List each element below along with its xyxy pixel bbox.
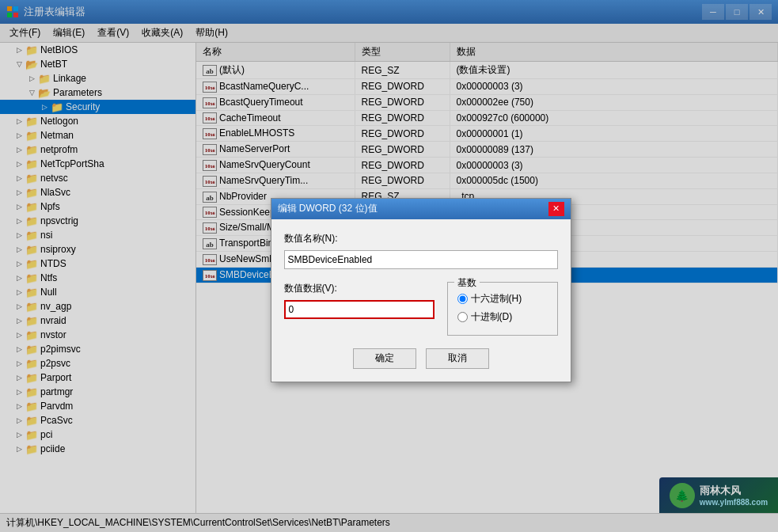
dec-radio-row: 十进制(D)	[457, 310, 548, 324]
hex-label: 十六进制(H)	[471, 292, 522, 306]
edit-dword-dialog: 编辑 DWORD (32 位)值 ✕ 数值名称(N): 数值数据(V): 基数 …	[271, 198, 571, 382]
dialog-row: 数值数据(V): 基数 十六进制(H) 十进制(D)	[284, 282, 558, 336]
dialog-name-label: 数值名称(N):	[284, 232, 558, 245]
dialog-overlay: 编辑 DWORD (32 位)值 ✕ 数值名称(N): 数值数据(V): 基数 …	[0, 0, 778, 532]
dialog-body: 数值名称(N): 数值数据(V): 基数 十六进制(H)	[271, 219, 571, 382]
dialog-radix-section: 基数 十六进制(H) 十进制(D)	[447, 282, 558, 336]
dialog-value-section: 数值数据(V):	[284, 282, 435, 336]
dec-label: 十进制(D)	[471, 310, 513, 324]
ok-button[interactable]: 确定	[353, 348, 416, 369]
dialog-title-bar: 编辑 DWORD (32 位)值 ✕	[271, 199, 571, 219]
hex-radio[interactable]	[457, 294, 468, 304]
cancel-button[interactable]: 取消	[426, 348, 489, 369]
dec-radio[interactable]	[457, 312, 468, 322]
dialog-title: 编辑 DWORD (32 位)值	[278, 202, 378, 215]
dialog-buttons: 确定 取消	[284, 348, 558, 369]
hex-radio-row: 十六进制(H)	[457, 292, 548, 306]
dialog-close-button[interactable]: ✕	[548, 202, 564, 216]
dialog-name-input[interactable]	[284, 250, 558, 269]
radix-label: 基数	[454, 276, 480, 290]
dialog-value-input[interactable]	[284, 300, 435, 319]
dialog-data-label: 数值数据(V):	[284, 282, 435, 295]
radix-box: 基数 十六进制(H) 十进制(D)	[447, 282, 558, 336]
